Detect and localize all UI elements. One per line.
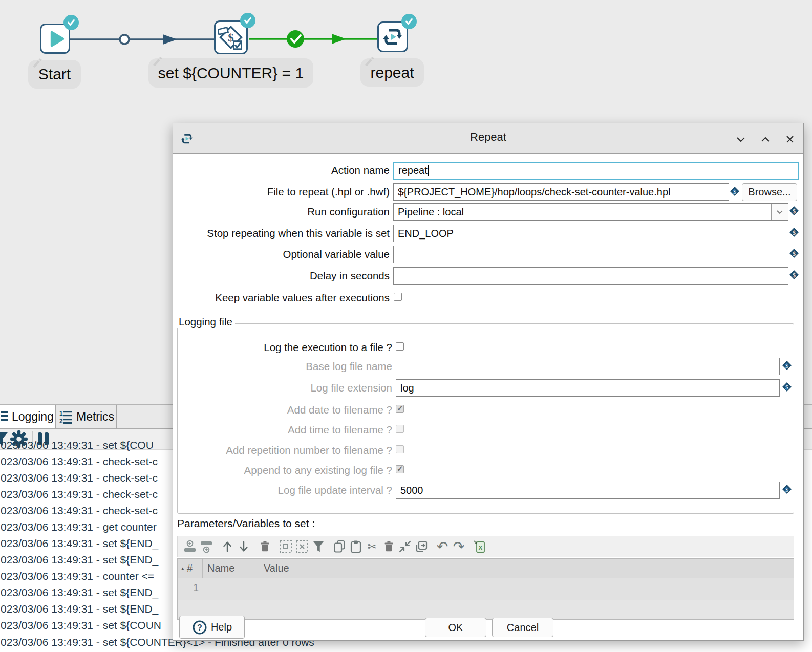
clear-selection-icon[interactable] [294,538,310,555]
delay-seconds-label: Delay in seconds [173,267,390,285]
log-file-icon: 1 g [0,410,9,424]
numbered-list-icon: 1 2 [59,409,73,425]
table-row[interactable]: 1 [178,578,794,600]
log-line: 023/03/06 13:49:31 - check-set-c [1,471,158,485]
move-row-up-icon[interactable] [219,538,236,555]
log-extension-label: Log file extension [173,379,392,397]
parameters-table: ▴ # Name Value 1 [177,558,794,620]
toolbar-separator [275,539,275,554]
delete-row-icon[interactable] [257,538,273,555]
keep-values-checkbox[interactable] [394,293,402,301]
select-all-rows-icon[interactable] [277,538,294,555]
copy-rows-icon[interactable] [331,538,348,555]
redo-icon[interactable]: ↷ [451,538,467,555]
log-line: 023/03/06 13:49:31 - check-set-c [1,504,158,517]
column-header-name[interactable]: Name [207,559,234,578]
node-label-start[interactable]: Start [28,60,81,89]
stop-variable-input[interactable]: END_LOOP [393,225,788,242]
browse-button[interactable]: Browse... [742,183,797,201]
action-name-label: Action name [173,162,390,179]
node-label-repeat[interactable]: repeat [360,58,424,87]
column-header-num[interactable]: ▴ # [181,559,193,578]
log-line: 023/03/06 13:49:31 - set ${END_ [1,537,158,550]
column-header-value[interactable]: Value [264,559,289,578]
delete-rows-icon[interactable] [380,538,397,555]
dollar-diamond-icon: $ [782,382,792,392]
help-button[interactable]: ? Help [179,616,245,639]
run-configuration-label: Run configuration [173,203,390,221]
node-label-text: set ${COUNTER} = 1 [158,64,304,82]
hop-success-check [287,30,304,48]
expand-icon[interactable] [759,133,772,146]
close-icon[interactable] [783,133,797,146]
undo-icon[interactable]: ↶ [434,538,451,555]
log-line: 023/03/06 13:49:31 - set ${COU [1,439,154,452]
cancel-button[interactable]: Cancel [492,618,553,637]
svg-text:$: $ [793,250,796,257]
dollar-diamond-icon: $ [789,227,799,237]
status-check-badge [63,15,79,30]
repeat-icon [381,26,404,48]
dollar-diamond-icon: $ [789,248,799,258]
toolbar-separator [329,539,329,554]
tab-logging[interactable]: 1 g Logging [0,405,55,428]
parameters-section-title: Parameters/Variables to set : [177,517,315,530]
ok-button[interactable]: OK [425,618,486,637]
tab-label: Logging [12,410,54,424]
add-repetition-checkbox[interactable] [396,445,404,453]
base-log-filename-input[interactable] [396,358,780,375]
log-line: 023/03/06 13:49:31 - set ${END_ [1,553,158,567]
row-number: 1 [193,582,199,594]
add-repetition-label: Add repetition number to filename ? [173,442,392,459]
toolbar-separator [469,539,469,554]
keep-values-label: Keep variable values after executions [173,289,390,307]
dollar-diamond-icon: $ [730,186,740,197]
filter-rows-icon[interactable] [310,538,327,555]
move-row-down-icon[interactable] [236,538,252,555]
update-interval-label: Log file update interval ? [173,482,392,499]
update-interval-input[interactable]: 5000 [396,482,780,499]
keep-selected-rows-icon[interactable] [397,538,413,555]
chevron-down-icon[interactable] [771,204,788,220]
tab-metrics[interactable]: 1 2 Metrics [55,405,117,429]
dialog-title: Repeat [173,131,803,144]
add-date-label: Add date to filename ? [173,401,392,419]
svg-text:?: ? [197,623,202,632]
optional-value-label: Optional variable value [173,246,390,263]
paste-rows-icon[interactable] [348,538,364,555]
text-cursor [428,165,429,176]
dollar-diamond-icon: $ [789,206,799,216]
optional-value-input[interactable] [393,246,788,263]
insert-row-after-icon[interactable] [198,538,215,555]
file-to-repeat-input[interactable]: ${PROJECT_HOME}/hop/loops/check-set-coun… [393,183,729,201]
svg-text:$: $ [793,272,796,279]
log-line: 023/03/06 13:49:31 - set ${END_ [1,586,158,599]
run-configuration-combo[interactable]: Pipeline : local [393,203,788,221]
toolbar-separator [217,539,217,554]
add-time-checkbox[interactable] [396,425,404,433]
node-label-set-counter[interactable]: set ${COUNTER} = 1 [148,58,313,88]
log-extension-input[interactable]: log [396,379,780,397]
tab-label: Metrics [76,410,114,424]
dollar-diamond-icon: $ [782,360,792,371]
svg-text:$: $ [733,188,736,195]
log-line: 023/03/06 13:49:31 - check-set-c [1,455,158,468]
log-line: 023/03/06 13:49:31 - check-set-c [1,488,158,501]
insert-row-before-icon[interactable] [182,538,198,555]
delay-seconds-input[interactable] [393,267,788,285]
dialog-titlebar[interactable]: Repeat [173,123,803,154]
duplicate-row-icon[interactable] [413,538,430,555]
add-date-checkbox[interactable] [396,405,404,413]
collapse-icon[interactable] [734,133,747,146]
base-log-filename-label: Base log file name [173,358,392,375]
edit-pencil-icon [363,55,375,67]
status-check-badge [401,14,417,29]
dollar-diamond-icon: $ [782,484,792,494]
cut-rows-icon[interactable]: ✂ [364,538,380,555]
export-excel-icon[interactable]: X [472,538,488,555]
action-name-input[interactable]: repeat [393,162,799,180]
log-line: 023/03/06 13:49:31 - get counter [1,520,157,534]
log-to-file-checkbox[interactable] [396,342,404,351]
append-existing-checkbox[interactable] [396,465,404,473]
sort-ascending-icon: ▴ [181,565,184,571]
